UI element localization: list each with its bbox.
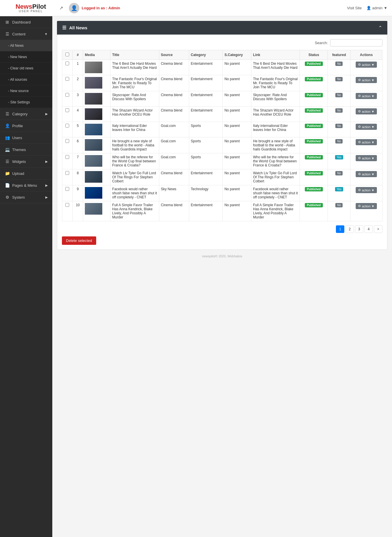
featured-badge: Yes [335,187,343,191]
th-num: # [73,50,83,60]
action-button[interactable]: ⚙ action ▼ [356,139,377,145]
row-category: Sports [189,153,223,169]
main-content: ☰ All News ⌃ Search: # M [52,16,392,537]
action-button[interactable]: ⚙ action ▼ [356,171,377,177]
row-source: Cinema blend [159,201,189,221]
sidebar-item-pages-menu[interactable]: 📄 Pages & Menu ▶ [0,179,52,191]
action-button[interactable]: ⚙ action ▼ [356,124,377,130]
logo-sub: USER PANEL [19,10,43,13]
row-category: Entertainment [189,169,223,185]
delete-selected-button[interactable]: Delete selected [62,236,96,245]
sidebar-item-upload[interactable]: 📁 Upload [0,168,52,179]
page-header: ☰ All News ⌃ [57,21,387,35]
page-btn-3[interactable]: 3 [355,225,364,233]
sidebar-item-category[interactable]: ☰ Category ▶ [0,108,52,120]
dropdown-arrow-icon: ▼ [371,110,375,113]
system-icon: ⚙ [5,195,10,200]
admin-dropdown[interactable]: 👤 admin ▼ [366,6,387,10]
row-source: Cinema blend [159,169,189,185]
row-checkbox-cell [62,201,73,221]
row-status: Published [300,107,328,122]
action-button[interactable]: ⚙ action ▼ [356,108,377,114]
row-checkbox[interactable] [65,187,69,191]
row-checkbox[interactable] [65,124,69,127]
sidebar-item-label: Profile [12,124,23,128]
row-featured: No [328,201,350,221]
row-checkbox[interactable] [65,93,69,97]
action-button[interactable]: ⚙ action ▼ [356,155,377,161]
admin-chevron-icon: ▼ [384,6,387,10]
chevron-right-icon: ▶ [45,195,48,199]
row-source: Goal.com [159,122,189,137]
row-checkbox[interactable] [65,108,69,112]
dropdown-arrow-icon: ▼ [371,94,375,98]
expand-icon[interactable]: ↗ [59,5,63,11]
pages-icon: 📄 [5,183,10,188]
row-scategory: No parent [223,185,251,201]
row-checkbox[interactable] [65,139,69,143]
status-badge: Published [305,187,323,191]
action-button[interactable]: ⚙ action ▼ [356,203,377,209]
sidebar-item-new-source[interactable]: - New source [0,85,52,97]
status-badge: Published [305,77,323,81]
sidebar-item-system[interactable]: ⚙ System ▶ [0,191,52,203]
row-title: Facebook would rather shush false news t… [110,185,159,201]
page-btn-2[interactable]: 2 [346,225,354,233]
row-link: Who will be the referee for the World Cu… [251,153,300,169]
row-media [83,185,110,201]
sidebar-item-widgets[interactable]: ☰ Widgets ▶ [0,156,52,168]
row-num: 8 [73,169,83,185]
row-status: Published [300,201,328,221]
row-link: The Shazam Wizard Actor Has Another DCEU… [251,107,300,122]
sidebar-item-clear-old-news[interactable]: - Clear old news [0,63,52,74]
row-checkbox-cell [62,122,73,137]
search-input[interactable] [330,39,382,46]
action-button[interactable]: ⚙ action ▼ [356,187,377,193]
sidebar-item-all-news[interactable]: - All News [0,40,52,51]
row-featured: No [328,75,350,91]
row-checkbox[interactable] [65,77,69,81]
sidebar-item-label: System [12,195,25,200]
row-checkbox[interactable] [65,203,69,207]
action-button[interactable]: ⚙ action ▼ [356,93,377,99]
page-btn-1[interactable]: 1 [336,225,344,233]
sidebar-item-new-news[interactable]: - New News [0,51,52,63]
row-checkbox[interactable] [65,62,69,65]
sidebar-item-users[interactable]: 👥 Users [0,132,52,144]
row-checkbox[interactable] [65,155,69,159]
row-checkbox[interactable] [65,171,69,175]
row-checkbox-cell [62,137,73,153]
action-button[interactable]: ⚙ action ▼ [356,62,377,68]
media-thumbnail [85,93,102,105]
select-all-checkbox[interactable] [65,53,69,56]
sidebar-item-content[interactable]: ☰ Content ▼ [0,28,52,40]
sidebar-item-site-settings[interactable]: - Site Settings [0,97,52,108]
collapse-icon[interactable]: ⌃ [378,25,382,30]
status-badge: Published [305,203,323,207]
row-num: 4 [73,107,83,122]
featured-badge: No [335,108,343,113]
sidebar-item-dashboard[interactable]: ⊞ Dashboard [0,16,52,28]
row-category: Sports [189,137,223,153]
row-media [83,60,110,75]
sidebar-item-all-sources[interactable]: - All sources [0,74,52,85]
gear-icon: ⚙ [358,172,361,176]
page-btn-4[interactable]: 4 [364,225,373,233]
table-row: 8 Watch Liv Tyler Go Full Lord Of The Ri… [62,169,382,185]
action-button[interactable]: ⚙ action ▼ [356,77,377,83]
sidebar-item-profile[interactable]: 👤 Profile [0,120,52,132]
sidebar-item-themes[interactable]: 💻 Themes [0,144,52,156]
row-scategory: No parent [223,201,251,221]
row-link: Skyscraper: Rate And Discuss With Spoile… [251,91,300,107]
dashboard-icon: ⊞ [5,20,10,24]
news-table: # Media Title Source Category S.Category… [62,50,382,221]
gear-icon: ⚙ [358,188,361,192]
row-category: Entertainment [189,107,223,122]
row-actions: ⚙ action ▼ [350,60,382,75]
row-media [83,122,110,137]
featured-badge: No [335,171,343,175]
visit-site-link[interactable]: Visit Site [347,6,361,10]
row-status: Published [300,122,328,137]
page-btn-next[interactable]: > [374,225,382,233]
row-link: Full A Simple Favor Trailer Has Anna Ken… [251,201,300,221]
